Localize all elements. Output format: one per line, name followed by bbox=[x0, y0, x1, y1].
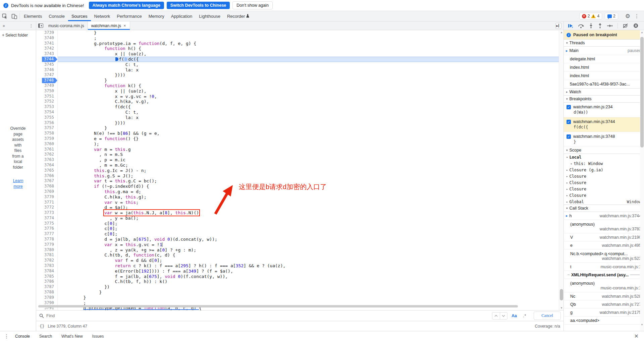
gutter-line-number[interactable]: 3767 bbox=[36, 178, 58, 184]
gutter-line-number[interactable]: 3762 bbox=[36, 152, 58, 157]
vertical-scrollbar[interactable]: ▲ ▼ bbox=[559, 30, 564, 310]
code-line-content[interactable]: } bbox=[58, 125, 559, 131]
gutter-line-number[interactable]: 3769 bbox=[36, 189, 58, 194]
match-language-button[interactable]: Always match Chrome's language bbox=[89, 2, 164, 9]
code-line-content[interactable]: c[0]; bbox=[58, 231, 559, 237]
gutter-line-number[interactable]: 3757 bbox=[36, 125, 58, 131]
code-line-content[interactable]: la: x bbox=[58, 115, 559, 120]
file-tab-music-corona.min.js[interactable]: music-corona.min.js bbox=[45, 21, 88, 30]
step-into-icon[interactable] bbox=[589, 23, 593, 28]
switch-chinese-button[interactable]: Switch DevTools to Chinese bbox=[167, 2, 230, 9]
drawer-tab-issues[interactable]: Issues bbox=[88, 331, 109, 341]
drawer-tab-what-s-new[interactable]: What's New bbox=[57, 331, 88, 341]
tab-performance[interactable]: Performance bbox=[113, 11, 145, 21]
code-line-content[interactable]: , m = m.Gc; bbox=[58, 163, 559, 168]
call-stack-frame[interactable]: (anonymous)music-corona.min.js:1 bbox=[564, 279, 644, 292]
gutter-line-number[interactable]: 3776 bbox=[36, 226, 58, 231]
deactivate-breakpoints-icon[interactable] bbox=[623, 23, 628, 28]
gutter-line-number[interactable]: 3751 bbox=[36, 94, 58, 99]
scope-row[interactable]: ▸this: Window bbox=[564, 160, 644, 167]
code-line-content[interactable]: x || (ua(z), bbox=[58, 89, 559, 94]
code-line-content[interactable]: g.prototype.ia = function(d, f, e, g) { bbox=[58, 41, 559, 46]
code-line-content[interactable]: var f = d && d[0]; bbox=[58, 258, 559, 263]
code-line-content[interactable]: return c ? k() : f === a[295] ? h() : f … bbox=[58, 263, 559, 269]
match-case-toggle[interactable]: Aa bbox=[509, 314, 519, 318]
code-line-content[interactable]: this.g.Ic = J() - n; bbox=[58, 168, 559, 173]
thread-row[interactable]: ▸Mainpaused bbox=[564, 47, 644, 55]
code-line-content[interactable]: f(dc({ bbox=[58, 104, 559, 110]
code-line-content[interactable]: C.h(ka, v.g), bbox=[58, 99, 559, 104]
thread-row[interactable]: delegate.html bbox=[564, 55, 644, 63]
learn-more-link[interactable]: Learn more bbox=[9, 178, 28, 189]
gutter-line-number[interactable]: 3781 bbox=[36, 252, 58, 258]
file-tab-watchman.min.js[interactable]: watchman.min.js× bbox=[88, 21, 130, 30]
call-stack-frame[interactable]: gwatchman.min.js:2175 bbox=[564, 308, 644, 317]
call-stack-frame[interactable]: tmusic-corona.min.js:1 bbox=[564, 263, 644, 271]
gutter-line-number[interactable]: 3745 bbox=[36, 62, 58, 67]
call-stack-frame[interactable]: (anonymous)watchman.min.js:3783 bbox=[564, 220, 644, 233]
code-line-content[interactable]: c[0]; bbox=[58, 226, 559, 231]
expand-navigator-icon[interactable]: » bbox=[3, 23, 5, 28]
gutter-line-number[interactable]: 3785 bbox=[36, 274, 58, 279]
code-line-content[interactable]: , p = m.ic bbox=[58, 157, 559, 163]
device-toolbar-icon[interactable] bbox=[9, 11, 19, 21]
code-line-content[interactable]: } bbox=[58, 78, 559, 83]
code-line-content[interactable]: } bbox=[58, 30, 559, 36]
gutter-line-number[interactable]: 3761 bbox=[36, 147, 58, 152]
errors-warnings-badge[interactable]: ✕ 2 4 bbox=[579, 13, 602, 19]
code-line-content[interactable]: C.h(ka, this.g); bbox=[58, 194, 559, 200]
code-line-content[interactable]: , y = ba(); bbox=[58, 216, 559, 221]
regex-toggle[interactable]: .* bbox=[521, 314, 528, 318]
scroll-up-icon[interactable]: ▲ bbox=[640, 31, 644, 34]
gutter-line-number[interactable]: 3750 bbox=[36, 89, 58, 94]
gutter-line-number[interactable]: 3740 bbox=[36, 36, 58, 41]
code-line-content[interactable]: }))) bbox=[58, 120, 559, 126]
settings-gear-icon[interactable]: ⚙ bbox=[625, 13, 630, 20]
gutter-line-number[interactable]: 3784 bbox=[36, 269, 58, 274]
code-line-content[interactable]: f(dc({ bbox=[58, 57, 559, 62]
gutter-line-number[interactable]: 3743 bbox=[36, 51, 58, 57]
gutter-line-number[interactable]: 3780 bbox=[36, 247, 58, 253]
code-line-content[interactable]: f = ja(lb, a[675], void 0)(f.concat(y, w… bbox=[58, 274, 559, 279]
tab-memory[interactable]: Memory bbox=[145, 11, 168, 21]
code-line-content[interactable]: ; bbox=[58, 36, 559, 41]
call-stack-frame[interactable]: ewatchman.min.js:495 bbox=[564, 241, 644, 249]
navigator-menu-icon[interactable]: ⋮ bbox=[29, 23, 33, 28]
issues-badge[interactable]: 2 bbox=[605, 13, 618, 19]
scope-row[interactable]: ▸Closure (g.ia) bbox=[564, 167, 644, 173]
code-line-content[interactable]: c[0]; bbox=[58, 221, 559, 226]
gutter-line-number[interactable]: 3746 bbox=[36, 67, 58, 73]
section-call-stack[interactable]: ▾Call Stack bbox=[564, 205, 644, 212]
code-line-content[interactable]: }) bbox=[58, 284, 559, 290]
drawer-tab-search[interactable]: Search bbox=[35, 331, 57, 341]
resume-icon[interactable] bbox=[568, 23, 573, 28]
tab-recorder[interactable]: Recorder bbox=[224, 11, 253, 21]
gutter-line-number[interactable]: 3753 bbox=[36, 104, 58, 110]
code-line-content[interactable]: C: t, bbox=[58, 110, 559, 115]
scroll-up-icon[interactable]: ▲ bbox=[559, 31, 564, 34]
thread-row[interactable]: index.html bbox=[564, 72, 644, 80]
code-line-content[interactable]: x = v.g.vc = !0, bbox=[58, 94, 559, 99]
scope-row[interactable]: ▾Local bbox=[564, 154, 644, 160]
find-input[interactable] bbox=[46, 313, 490, 318]
scroll-down-icon[interactable]: ▼ bbox=[559, 306, 564, 309]
step-over-icon[interactable] bbox=[578, 23, 584, 28]
pretty-print-icon[interactable]: {} bbox=[40, 324, 44, 329]
code-line-content[interactable]: N(e) !== b[86] && (g = e, bbox=[58, 131, 559, 136]
scope-row[interactable]: ▸Closure bbox=[564, 186, 644, 192]
drawer-tab-console[interactable]: Console bbox=[10, 331, 35, 341]
code-line-content[interactable]: } bbox=[58, 290, 559, 295]
gutter-line-number[interactable]: 3739 bbox=[36, 30, 58, 36]
gutter-line-number[interactable]: 3741 bbox=[36, 41, 58, 46]
tab-application[interactable]: Application bbox=[168, 11, 196, 21]
gutter-line-number[interactable]: 3775 bbox=[36, 221, 58, 226]
breakpoint-item[interactable]: ✓watchman.min.js:234d(Wa)) bbox=[564, 103, 644, 117]
code-line-content[interactable]: function h() { bbox=[58, 46, 559, 51]
breakpoint-checkbox[interactable]: ✓ bbox=[567, 120, 571, 124]
pause-on-exceptions-icon[interactable] bbox=[633, 23, 638, 28]
gutter-line-number[interactable]: 3756 bbox=[36, 120, 58, 126]
gutter-line-number[interactable]: 3754 bbox=[36, 110, 58, 115]
find-next-icon[interactable] bbox=[500, 312, 507, 319]
call-stack-frame[interactable]: aa.<computed> bbox=[564, 317, 644, 325]
code-line-content[interactable]: ); bbox=[58, 141, 559, 147]
